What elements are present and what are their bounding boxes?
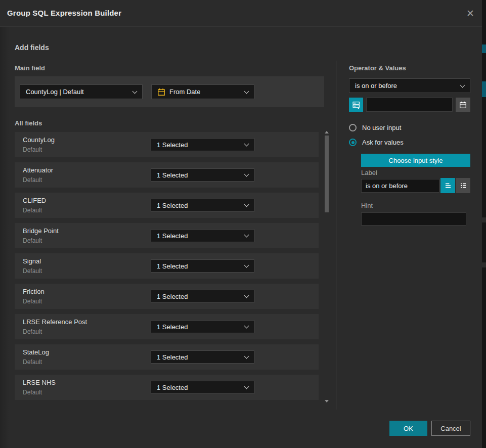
field-row: CountyLog Default 1 Selected	[15, 132, 319, 157]
choose-input-style-button[interactable]: Choose input style	[361, 154, 470, 167]
hint-input[interactable]	[361, 212, 466, 226]
field-subtitle: Default	[23, 237, 42, 244]
field-values-select[interactable]: 1 Selected	[151, 168, 254, 182]
field-name: StateLog	[23, 348, 49, 356]
calendar-icon	[157, 88, 165, 96]
field-name: CLIFED	[23, 197, 46, 204]
date-picker-button[interactable]	[456, 98, 470, 112]
scrollbar-down-arrow-icon[interactable]	[325, 400, 329, 402]
add-fields-heading: Add fields	[15, 43, 49, 52]
field-name: LRSE NHS	[23, 379, 56, 386]
field-values-select[interactable]: 1 Selected	[151, 350, 254, 364]
all-fields-heading: All fields	[15, 119, 42, 127]
chevron-down-icon	[244, 263, 249, 268]
field-subtitle: Default	[23, 207, 42, 214]
operator-select-value: is on or before	[355, 82, 397, 89]
field-values-select[interactable]: 1 Selected	[151, 290, 254, 303]
radio-circle-icon	[349, 139, 357, 146]
chevron-down-icon	[244, 384, 249, 389]
radio-label: No user input	[362, 124, 401, 131]
unique-values-icon	[352, 101, 361, 109]
field-name: Friction	[23, 288, 45, 295]
field-values-selected: 1 Selected	[157, 202, 188, 209]
field-row: LRSE Reference Post Default 1 Selected	[15, 314, 319, 339]
field-values-select[interactable]: 1 Selected	[151, 320, 254, 333]
field-values-selected: 1 Selected	[157, 141, 188, 149]
all-fields-list: CountyLog Default 1 Selected Attenuator …	[15, 132, 319, 401]
cancel-button[interactable]: Cancel	[431, 421, 470, 436]
hint-caption: Hint	[361, 202, 373, 209]
main-field-select-value: From Date	[169, 88, 200, 96]
operator-select[interactable]: is on or before	[349, 78, 470, 93]
edge-mark	[482, 217, 486, 222]
main-field-panel: CountyLog | Default From Date	[15, 76, 324, 107]
close-icon[interactable]: ✕	[464, 7, 477, 20]
field-row: StateLog Default 1 Selected	[15, 344, 319, 370]
label-caption: Label	[361, 169, 377, 176]
layer-select[interactable]: CountyLog | Default	[20, 84, 143, 99]
screen: Group SQL Expression Builder ✕ Add field…	[0, 0, 486, 448]
field-subtitle: Default	[23, 267, 42, 275]
group-sql-expression-builder-dialog: Group SQL Expression Builder ✕ Add field…	[0, 0, 482, 448]
chevron-down-icon	[244, 88, 249, 94]
field-values-select[interactable]: 1 Selected	[151, 259, 254, 273]
chevron-down-icon	[132, 88, 138, 94]
field-name: Attenuator	[23, 166, 53, 174]
radio-no-user-input[interactable]: No user input	[349, 124, 401, 131]
label-input[interactable]	[361, 179, 439, 193]
field-values-selected: 1 Selected	[157, 323, 188, 331]
field-row: LRSE NHS Default 1 Selected	[15, 375, 319, 400]
single-line-input-style-button[interactable]	[440, 178, 455, 193]
dialog-header: Group SQL Expression Builder ✕	[0, 0, 482, 26]
align-left-icon	[444, 182, 452, 190]
radio-ask-for-values[interactable]: Ask for values	[349, 139, 404, 146]
field-subtitle: Default	[23, 298, 42, 305]
field-row: Friction Default 1 Selected	[15, 284, 319, 309]
field-values-selected: 1 Selected	[157, 353, 188, 361]
chevron-down-icon	[244, 172, 249, 177]
field-values-selected: 1 Selected	[157, 171, 188, 179]
chevron-down-icon	[244, 324, 249, 329]
field-values-selected: 1 Selected	[157, 293, 188, 300]
field-row: Bridge Point Default 1 Selected	[15, 223, 319, 248]
main-field-select[interactable]: From Date	[151, 84, 254, 99]
chevron-down-icon	[244, 142, 249, 147]
unique-values-button[interactable]	[349, 98, 363, 112]
chevron-down-icon	[244, 202, 249, 207]
field-row: Attenuator Default 1 Selected	[15, 162, 319, 188]
main-field-heading: Main field	[15, 64, 45, 72]
background-app-edge	[482, 0, 486, 448]
field-name: Signal	[23, 257, 41, 265]
calendar-icon	[459, 101, 467, 109]
dialog-title: Group SQL Expression Builder	[7, 0, 121, 26]
field-name: LRSE Reference Post	[23, 318, 87, 326]
scrollbar-thumb[interactable]	[325, 136, 329, 212]
field-values-select[interactable]: 1 Selected	[151, 381, 254, 394]
chevron-down-icon	[244, 354, 249, 359]
edge-mark	[482, 262, 486, 267]
field-subtitle: Default	[23, 328, 42, 335]
field-values-selected: 1 Selected	[157, 262, 188, 270]
edge-highlight	[482, 44, 486, 53]
panel-divider	[336, 61, 336, 410]
field-row: Signal Default 1 Selected	[15, 253, 319, 279]
field-values-select[interactable]: 1 Selected	[151, 229, 254, 242]
field-values-select[interactable]: 1 Selected	[151, 199, 254, 212]
field-subtitle: Default	[23, 389, 42, 396]
field-name: Bridge Point	[23, 227, 59, 235]
chevron-down-icon	[244, 233, 249, 238]
chevron-down-icon	[460, 82, 465, 87]
chevron-down-icon	[244, 293, 249, 298]
edge-highlight	[482, 81, 486, 97]
field-subtitle: Default	[23, 359, 42, 366]
operator-values-heading: Operator & Values	[349, 64, 406, 72]
radio-label: Ask for values	[362, 139, 404, 146]
list-input-style-button[interactable]	[456, 178, 470, 193]
scrollbar-up-arrow-icon[interactable]	[325, 131, 329, 133]
field-name: CountyLog	[23, 136, 55, 144]
radio-circle-icon	[349, 124, 357, 131]
field-values-select[interactable]: 1 Selected	[151, 138, 254, 151]
value-input[interactable]	[366, 98, 453, 112]
field-subtitle: Default	[23, 176, 42, 184]
ok-button[interactable]: OK	[389, 421, 427, 436]
